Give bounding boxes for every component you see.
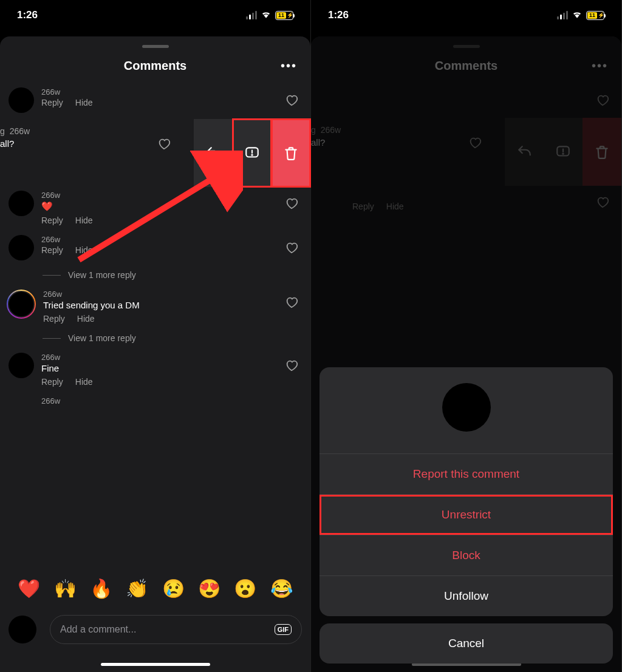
comment-text: ❤️ xyxy=(41,201,302,212)
action-unfollow[interactable]: Unfollow xyxy=(320,575,613,616)
swipe-delete-button[interactable] xyxy=(272,119,310,187)
comment-text: Tried sending you a DM xyxy=(43,300,302,310)
swipe-delete-button xyxy=(583,118,621,186)
comments-sheet-dimmed: Comments ••• g 266w all? xyxy=(311,36,621,672)
comment-time: 266w xyxy=(10,126,30,136)
reply-button[interactable]: Reply xyxy=(41,245,63,255)
action-block[interactable]: Block xyxy=(320,535,613,575)
action-sheet-card: Report this comment Unrestrict Block Unf… xyxy=(320,367,613,616)
swipe-actions xyxy=(505,118,621,186)
comment-item[interactable]: 266w Reply Hide xyxy=(0,231,310,266)
comment-placeholder: Add a comment... xyxy=(60,624,136,635)
avatar[interactable] xyxy=(9,235,34,260)
comments-list[interactable]: 266w Reply Hide g 266w all? xyxy=(0,84,310,407)
like-button[interactable] xyxy=(285,296,298,311)
svg-point-2 xyxy=(251,155,252,155)
comment-text: Fine xyxy=(41,363,302,373)
avatar[interactable] xyxy=(9,191,34,216)
comment-item-swiped[interactable]: g 266w all? xyxy=(0,119,310,187)
like-button[interactable] xyxy=(285,241,298,257)
comment-item[interactable]: 266w Tried sending you a DM Reply Hide xyxy=(0,286,310,330)
hide-button[interactable]: Hide xyxy=(75,216,93,225)
reply-button[interactable]: Reply xyxy=(41,216,63,225)
comment-item[interactable]: 266w Fine Reply Hide xyxy=(0,349,310,393)
like-button xyxy=(468,136,482,152)
gif-button[interactable]: GIF xyxy=(275,624,292,635)
action-sheet: Report this comment Unrestrict Block Unf… xyxy=(320,367,613,664)
swipe-reply-button[interactable] xyxy=(194,119,233,187)
status-indicators: 11 ⚡ xyxy=(246,9,293,21)
action-cancel[interactable]: Cancel xyxy=(320,623,613,664)
action-sheet-avatar-wrap xyxy=(320,367,613,453)
hide-button: Hide xyxy=(386,202,404,211)
reply-button[interactable]: Reply xyxy=(41,98,63,107)
comment-label: g xyxy=(0,126,5,136)
emoji-heart-eyes[interactable]: 😍 xyxy=(198,578,220,599)
status-time: 1:26 xyxy=(17,9,38,21)
emoji-wow[interactable]: 😮 xyxy=(234,578,256,599)
sheet-header: Comments ••• xyxy=(0,54,310,84)
cellular-icon xyxy=(557,11,568,19)
page-title: Comments xyxy=(435,59,497,73)
swipe-reply-button xyxy=(505,118,544,186)
action-sheet-avatar xyxy=(442,383,491,432)
emoji-fire[interactable]: 🔥 xyxy=(90,578,112,599)
view-more-replies[interactable]: View 1 more reply xyxy=(0,330,310,349)
page-title: Comments xyxy=(124,59,186,73)
wifi-icon xyxy=(572,9,583,21)
avatar-story-ring[interactable] xyxy=(7,290,36,319)
sheet-header: Comments ••• xyxy=(311,54,621,84)
comment-text: all? xyxy=(0,138,14,149)
svg-rect-5 xyxy=(557,146,569,155)
comment-time: 266w xyxy=(321,125,341,135)
like-button[interactable] xyxy=(285,93,298,109)
emoji-clap[interactable]: 👏 xyxy=(126,578,148,599)
hide-button[interactable]: Hide xyxy=(75,377,93,387)
emoji-quick-bar: ❤️ 🙌 🔥 👏 😢 😍 😮 😂 xyxy=(0,578,310,599)
hide-button[interactable]: Hide xyxy=(75,245,93,255)
comments-list-dimmed: g 266w all? xyxy=(311,84,621,217)
emoji-heart[interactable]: ❤️ xyxy=(18,578,40,599)
comment-text: all? xyxy=(311,137,325,148)
battery-icon: 11 ⚡ xyxy=(586,11,604,20)
swipe-report-button xyxy=(544,118,583,186)
comment-item: Reply Hide xyxy=(311,186,621,217)
action-unrestrict[interactable]: Unrestrict xyxy=(320,494,613,535)
drag-handle[interactable] xyxy=(142,45,169,48)
comment-time: 266w xyxy=(41,87,302,97)
comment-time: 266w xyxy=(41,353,302,362)
self-avatar[interactable] xyxy=(9,616,36,643)
hide-button[interactable]: Hide xyxy=(77,314,95,324)
emoji-raised-hands[interactable]: 🙌 xyxy=(54,578,77,599)
comment-item[interactable]: 266w Reply Hide xyxy=(0,84,310,119)
view-more-replies[interactable]: View 1 more reply xyxy=(0,266,310,286)
wifi-icon xyxy=(261,9,272,21)
comment-item-swiped: g 266w all? xyxy=(311,118,621,186)
emoji-cry[interactable]: 😢 xyxy=(162,578,185,599)
reply-button[interactable]: Reply xyxy=(41,377,63,387)
swipe-actions xyxy=(194,119,310,187)
comment-time: 266w xyxy=(41,191,302,200)
comment-time: 266w xyxy=(43,290,302,299)
comment-item[interactable]: 266w ❤️ Reply Hide xyxy=(0,187,310,231)
comment-item[interactable]: 266w xyxy=(0,393,310,407)
like-button[interactable] xyxy=(285,359,298,375)
like-button[interactable] xyxy=(285,197,298,212)
hide-button[interactable]: Hide xyxy=(75,98,93,107)
like-button[interactable] xyxy=(157,137,171,153)
status-bar: 1:26 11 ⚡ xyxy=(0,0,310,30)
avatar[interactable] xyxy=(9,353,34,378)
status-time: 1:26 xyxy=(328,9,349,21)
reply-button[interactable]: Reply xyxy=(43,314,65,324)
comment-item xyxy=(311,84,621,118)
battery-icon: 11 ⚡ xyxy=(275,11,293,20)
more-icon[interactable]: ••• xyxy=(281,59,297,73)
more-icon: ••• xyxy=(592,59,608,73)
phone-left: 1:26 11 ⚡ Comments ••• 266w xyxy=(0,0,311,672)
comment-input[interactable]: Add a comment... GIF xyxy=(50,615,302,644)
action-report[interactable]: Report this comment xyxy=(320,453,613,494)
home-indicator[interactable] xyxy=(101,663,210,666)
emoji-laugh[interactable]: 😂 xyxy=(270,578,293,599)
avatar[interactable] xyxy=(9,87,34,113)
swipe-report-button[interactable] xyxy=(233,119,272,187)
